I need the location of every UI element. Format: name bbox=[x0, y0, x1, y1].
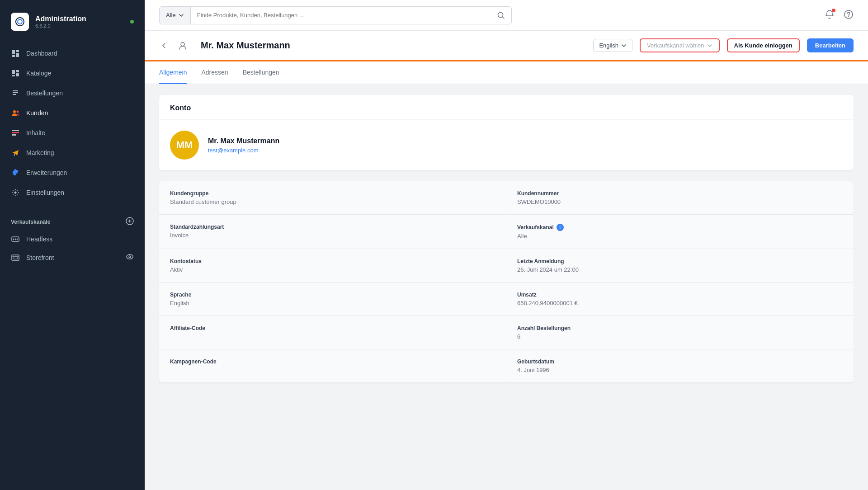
label-anzahl-bestellungen: Anzahl Bestellungen bbox=[517, 325, 843, 331]
logo-icon bbox=[11, 13, 29, 31]
info-cell-kundennummer: Kundennummer SWDEMO10000 bbox=[506, 181, 854, 215]
storefront-eye-icon[interactable] bbox=[126, 253, 134, 262]
sidebar-item-inhalte-label: Inhalte bbox=[26, 129, 45, 137]
sidebar-item-storefront-label: Storefront bbox=[26, 254, 54, 261]
search-all-button[interactable]: Alle bbox=[160, 7, 191, 24]
sidebar-item-einstellungen-label: Einstellungen bbox=[26, 189, 64, 196]
avatar: MM bbox=[170, 131, 199, 160]
svg-point-17 bbox=[127, 254, 133, 259]
info-grid-card: Kundengruppe Standard customer group Kun… bbox=[159, 181, 854, 383]
value-letzte-anmeldung: 26. Juni 2024 um 22:00 bbox=[517, 266, 843, 273]
value-geburtsdatum: 4. Juni 1996 bbox=[517, 367, 843, 373]
value-verkaufskanal: Alle bbox=[517, 233, 843, 240]
svg-point-21 bbox=[848, 16, 849, 17]
customer-action-button[interactable] bbox=[175, 38, 190, 53]
sidebar-item-bestellungen[interactable]: Bestellungen bbox=[0, 83, 145, 103]
help-button[interactable] bbox=[844, 9, 854, 21]
tab-adressen[interactable]: Adressen bbox=[201, 61, 228, 84]
sales-channel-button[interactable]: Verkaufskanal wählen bbox=[640, 38, 719, 52]
login-as-customer-button[interactable]: Als Kunde einloggen bbox=[727, 38, 800, 52]
inhalte-icon bbox=[11, 128, 20, 137]
main-nav: Dashboard Kataloge Bestellungen Kunden bbox=[0, 43, 145, 208]
search-input[interactable] bbox=[191, 12, 491, 19]
info-cell-geburtsdatum: Geburtsdatum 4. Juni 1996 bbox=[506, 349, 854, 383]
sidebar-item-erweiterungen[interactable]: Erweiterungen bbox=[0, 163, 145, 183]
svg-point-20 bbox=[844, 10, 853, 19]
edit-button[interactable]: Bearbeiten bbox=[807, 38, 854, 52]
svg-point-4 bbox=[13, 110, 16, 113]
info-cell-zahlungsart: Standardzahlungsart Invoice bbox=[159, 215, 506, 249]
content-area: Allgemein Adressen Bestellungen Konto MM… bbox=[145, 61, 868, 490]
headless-icon bbox=[11, 235, 20, 244]
label-umsatz: Umsatz bbox=[517, 292, 843, 298]
info-cell-umsatz: Umsatz 658.240,9400000001 € bbox=[506, 283, 854, 316]
sidebar-item-kataloge-label: Kataloge bbox=[26, 70, 51, 77]
value-affiliate: - bbox=[170, 333, 495, 340]
svg-rect-6 bbox=[12, 130, 19, 131]
kataloge-icon bbox=[11, 69, 20, 78]
einstellungen-icon bbox=[11, 188, 20, 197]
sidebar-item-einstellungen[interactable]: Einstellungen bbox=[0, 183, 145, 203]
label-verkaufskanal: Verkaufskanal i bbox=[517, 224, 843, 231]
info-cell-affiliate: Affiliate-Code - bbox=[159, 316, 506, 349]
info-cell-kampagnen: Kampagnen-Code bbox=[159, 349, 506, 383]
svg-rect-3 bbox=[12, 75, 15, 76]
label-kundengruppe: Kundengruppe bbox=[170, 190, 495, 197]
search-all-label: Alle bbox=[166, 12, 176, 19]
search-button[interactable] bbox=[491, 11, 511, 19]
svg-rect-15 bbox=[12, 255, 19, 260]
info-cell-kundengruppe: Kundengruppe Standard customer group bbox=[159, 181, 506, 215]
tab-bestellungen[interactable]: Bestellungen bbox=[243, 61, 279, 84]
info-cell-sprache: Sprache English bbox=[159, 283, 506, 316]
logo-title: Administration bbox=[35, 15, 86, 23]
sidebar: Administration 6.6.2.0 Dashboard Katalog… bbox=[0, 0, 145, 490]
topbar-actions bbox=[825, 9, 854, 21]
sidebar-item-kunden[interactable]: Kunden bbox=[0, 103, 145, 123]
value-umsatz: 658.240,9400000001 € bbox=[517, 300, 843, 306]
label-geburtsdatum: Geburtsdatum bbox=[517, 358, 843, 365]
topbar: Alle bbox=[145, 0, 868, 31]
value-kontostatus: Aktiv bbox=[170, 266, 495, 273]
account-info: MM Mr. Max Mustermann test@example.com bbox=[159, 120, 854, 170]
language-value: English bbox=[599, 42, 618, 49]
sales-channel-placeholder: Verkaufskanal wählen bbox=[647, 42, 704, 49]
sidebar-item-inhalte[interactable]: Inhalte bbox=[0, 123, 145, 143]
value-sprache: English bbox=[170, 300, 495, 306]
svg-point-19 bbox=[498, 12, 503, 17]
label-letzte-anmeldung: Letzte Anmeldung bbox=[517, 258, 843, 264]
sidebar-item-marketing-label: Marketing bbox=[26, 149, 54, 156]
language-dropdown[interactable]: English bbox=[593, 39, 632, 52]
label-kampagnen: Kampagnen-Code bbox=[170, 358, 495, 365]
account-email: test@example.com bbox=[208, 147, 279, 154]
svg-point-14 bbox=[17, 239, 18, 240]
online-indicator bbox=[130, 20, 134, 24]
sidebar-item-erweiterungen-label: Erweiterungen bbox=[26, 169, 67, 176]
tab-allgemein[interactable]: Allgemein bbox=[159, 61, 187, 84]
info-grid: Kundengruppe Standard customer group Kun… bbox=[159, 181, 854, 383]
sidebar-item-bestellungen-label: Bestellungen bbox=[26, 90, 63, 97]
sidebar-logo: Administration 6.6.2.0 bbox=[0, 0, 145, 43]
account-name: Mr. Max Mustermann bbox=[208, 137, 279, 145]
sidebar-item-marketing[interactable]: Marketing bbox=[0, 143, 145, 163]
sidebar-item-storefront[interactable]: Storefront bbox=[0, 248, 145, 267]
erweiterungen-icon bbox=[11, 168, 20, 177]
sidebar-item-kataloge[interactable]: Kataloge bbox=[0, 63, 145, 83]
logo-version: 6.6.2.0 bbox=[35, 23, 86, 28]
marketing-icon bbox=[11, 148, 20, 157]
svg-rect-16 bbox=[13, 257, 18, 259]
sidebar-item-dashboard[interactable]: Dashboard bbox=[0, 43, 145, 63]
add-sales-channel-button[interactable] bbox=[126, 217, 134, 226]
svg-rect-1 bbox=[16, 70, 19, 72]
tabs-bar: Allgemein Adressen Bestellungen bbox=[145, 61, 868, 84]
notification-button[interactable] bbox=[825, 9, 835, 21]
label-affiliate: Affiliate-Code bbox=[170, 325, 495, 331]
storefront-icon bbox=[11, 253, 20, 262]
main-content: Alle Mr. Max Mustermann E bbox=[145, 0, 868, 490]
verkaufskanal-info-icon[interactable]: i bbox=[557, 224, 564, 231]
sidebar-item-headless[interactable]: Headless bbox=[0, 230, 145, 248]
svg-point-18 bbox=[129, 256, 131, 258]
dashboard-icon bbox=[11, 49, 20, 58]
account-card: Konto MM Mr. Max Mustermann test@example… bbox=[159, 95, 854, 170]
back-button[interactable] bbox=[159, 41, 168, 50]
svg-point-13 bbox=[15, 239, 16, 240]
